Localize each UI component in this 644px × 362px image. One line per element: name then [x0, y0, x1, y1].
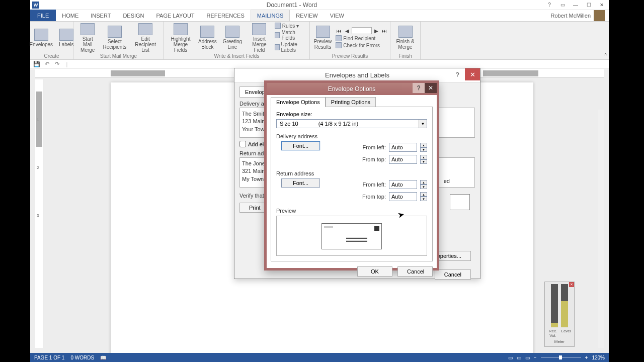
minimize-btn[interactable]: — — [571, 2, 581, 9]
tab-view[interactable]: VIEW — [324, 10, 350, 21]
cancel-button[interactable]: Cancel — [397, 266, 433, 277]
feed-label-fragment: ed — [444, 178, 450, 184]
tab-references[interactable]: REFERENCES — [201, 10, 251, 21]
audio-meter-panel[interactable]: ✕ Rec. Vol. Level Meter — [544, 282, 575, 347]
ruler-v-ticks: 123 — [37, 118, 39, 218]
greeting-line-btn[interactable]: Greeting Line — [221, 25, 244, 51]
insert-field-icon — [252, 23, 266, 35]
collapse-ribbon-btn[interactable]: ^ — [604, 53, 607, 58]
update-labels-btn[interactable]: Update Labels — [275, 42, 306, 53]
highlight-fields-btn[interactable]: Highlight Merge Fields — [167, 22, 194, 54]
tab-design[interactable]: DESIGN — [117, 10, 150, 21]
add-electronic-checkbox[interactable] — [239, 141, 246, 147]
delivery-from-top-label: From top: — [356, 156, 386, 162]
spin-down-icon[interactable]: ▼ — [420, 185, 427, 189]
file-tab[interactable]: FILE — [30, 10, 56, 21]
maximize-btn[interactable]: ☐ — [584, 2, 594, 9]
spin-up-icon[interactable]: ▲ — [420, 143, 427, 147]
help-btn[interactable]: ? — [544, 2, 554, 9]
close-btn[interactable]: ✕ — [597, 2, 607, 9]
feed-preview — [450, 194, 470, 210]
envelope-size-select[interactable]: Size 10(4 1/8 x 9 1/2 in) ▼ — [276, 119, 427, 128]
prev-record-btn[interactable]: ◀ — [344, 27, 351, 34]
zoom-thumb[interactable] — [559, 355, 562, 359]
envelope-options-tab[interactable]: Envelope Options — [271, 97, 326, 107]
labels-icon — [59, 29, 73, 41]
env-return-icon — [324, 226, 333, 228]
account-area[interactable]: Robert McMillen — [547, 10, 609, 21]
printing-options-tab[interactable]: Printing Options — [326, 97, 376, 107]
proofing-icon[interactable]: 📖 — [100, 355, 106, 360]
check-icon — [336, 42, 342, 48]
dlg1-cancel-button[interactable]: Cancel — [435, 269, 471, 280]
spin-down-icon[interactable]: ▼ — [420, 159, 427, 164]
ok-button[interactable]: OK — [357, 266, 392, 277]
view-web-icon[interactable]: ▭ — [525, 355, 530, 360]
word-count[interactable]: 0 WORDS — [70, 355, 94, 360]
return-from-top-label: From top: — [356, 194, 386, 200]
undo-icon[interactable]: ↶ — [43, 61, 50, 68]
spin-down-icon[interactable]: ▼ — [420, 197, 427, 201]
dlg2-close-btn[interactable]: ✕ — [425, 83, 437, 93]
spin-down-icon[interactable]: ▼ — [420, 147, 427, 152]
page-indicator[interactable]: PAGE 1 OF 1 — [34, 355, 64, 360]
finish-merge-btn[interactable]: Finish & Merge — [394, 25, 416, 51]
delivery-font-button[interactable]: Font... — [281, 141, 320, 150]
labels-btn[interactable]: Labels — [57, 28, 75, 48]
return-font-button[interactable]: Font... — [281, 178, 320, 188]
return-from-top-input[interactable] — [389, 192, 417, 201]
rules-btn[interactable]: Rules ▾ — [275, 23, 306, 29]
tab-home[interactable]: HOME — [56, 10, 85, 21]
dlg2-help-btn[interactable]: ? — [413, 83, 425, 93]
tab-page-layout[interactable]: PAGE LAYOUT — [150, 10, 201, 21]
return-from-left-input[interactable] — [389, 180, 417, 189]
envelopes-btn[interactable]: Envelopes — [27, 28, 55, 48]
delivery-address-section: Delivery address — [276, 133, 427, 139]
view-print-icon[interactable]: ▭ — [517, 355, 521, 360]
delivery-from-left-input[interactable] — [389, 143, 417, 152]
save-icon[interactable]: 💾 — [33, 61, 40, 68]
tab-review[interactable]: REVIEW — [290, 10, 324, 21]
first-record-btn[interactable]: ⏮ — [336, 27, 343, 34]
ribbon-display-btn[interactable]: ▭ — [557, 2, 568, 9]
delivery-from-top-input[interactable] — [389, 155, 417, 164]
highlight-icon — [174, 23, 188, 35]
spin-up-icon[interactable]: ▲ — [420, 155, 427, 159]
spin-up-icon[interactable]: ▲ — [420, 192, 427, 197]
preview-results-btn[interactable]: Preview Results — [312, 25, 334, 51]
return-address-section: Return address — [276, 170, 427, 176]
vertical-scrollbar[interactable] — [598, 110, 604, 348]
insert-merge-field-btn[interactable]: Insert Merge Field — [246, 22, 273, 54]
tab-mailings[interactable]: MAILINGS — [251, 10, 290, 21]
zoom-slider[interactable] — [541, 357, 581, 358]
last-record-btn[interactable]: ⏭ — [381, 27, 388, 34]
zoom-level[interactable]: 120% — [592, 355, 605, 360]
record-number-input[interactable] — [352, 27, 372, 34]
address-block-btn[interactable]: Address Block — [196, 25, 219, 51]
next-record-btn[interactable]: ▶ — [373, 27, 380, 34]
find-recipient-btn[interactable]: Find Recipient — [336, 35, 388, 41]
select-recipients-btn[interactable]: Select Recipients — [101, 25, 128, 51]
vertical-ruler[interactable]: 123 — [35, 79, 43, 348]
spin-up-icon[interactable]: ▲ — [420, 180, 427, 185]
start-mail-merge-btn[interactable]: Start Mail Merge — [76, 22, 99, 54]
edit-recipient-list-btn[interactable]: Edit Recipient List — [130, 22, 160, 54]
meter-close-btn[interactable]: ✕ — [569, 282, 574, 287]
dlg1-help-btn[interactable]: ? — [450, 68, 465, 80]
match-fields-btn[interactable]: Match Fields — [275, 30, 306, 41]
level-bar — [561, 284, 568, 327]
redo-icon[interactable]: ↷ — [53, 61, 60, 68]
mail-merge-icon — [80, 23, 95, 35]
dlg1-close-btn[interactable]: ✕ — [465, 68, 480, 80]
dlg2-titlebar[interactable]: Envelope Options ? ✕ — [267, 83, 437, 95]
dropdown-icon[interactable]: ▼ — [419, 120, 427, 128]
meter-title: Meter — [547, 339, 572, 344]
zoom-out-btn[interactable]: − — [534, 355, 537, 360]
account-name: Robert McMillen — [551, 13, 591, 19]
zoom-in-btn[interactable]: + — [585, 355, 588, 360]
word-icon: W — [32, 2, 39, 9]
update-icon — [275, 44, 280, 50]
view-read-icon[interactable]: ▭ — [508, 355, 513, 360]
tab-insert[interactable]: INSERT — [85, 10, 117, 21]
check-errors-btn[interactable]: Check for Errors — [336, 42, 388, 48]
